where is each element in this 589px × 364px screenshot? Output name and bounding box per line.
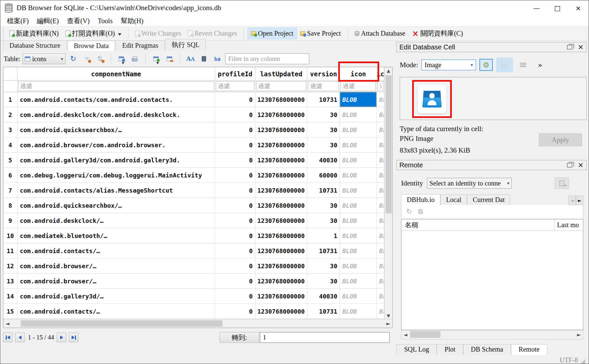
row-number[interactable]: 3 xyxy=(3,122,17,137)
identity-action-button[interactable] xyxy=(555,177,569,189)
cell-version[interactable]: 1 xyxy=(307,228,340,243)
font-size-button[interactable]: AA xyxy=(185,53,196,64)
vertical-scroll-thumb[interactable] xyxy=(386,75,392,213)
row-number[interactable]: 12 xyxy=(3,258,17,273)
save-project-button[interactable]: Save Project xyxy=(297,28,344,39)
cell-version[interactable]: 10731 xyxy=(307,243,340,258)
filter-input-profileId[interactable] xyxy=(216,81,254,91)
tab-plot[interactable]: Plot xyxy=(437,344,463,355)
cell-icon[interactable]: BLOB xyxy=(340,289,377,304)
cell-ic[interactable]: BLOB xyxy=(377,304,384,319)
cell-version[interactable]: 10731 xyxy=(307,92,340,107)
tab-database-structure[interactable]: Database Structure xyxy=(3,40,67,51)
cell-lastUpdated[interactable]: 1230768000000 xyxy=(256,228,308,243)
cell-version[interactable]: 10731 xyxy=(307,183,340,198)
vertical-scrollbar[interactable]: ▲ ▼ xyxy=(384,67,392,319)
horizontal-scrollbar[interactable]: ◄ ► xyxy=(3,319,392,328)
clear-filters-button[interactable] xyxy=(81,53,92,64)
cell-componentName[interactable]: com.android.contacts/alias.MessageShortc… xyxy=(17,183,215,198)
save-table-dropdown-icon[interactable] xyxy=(122,62,124,66)
cell-componentName[interactable]: com.android.contacts/… xyxy=(17,304,215,319)
filter-input-version[interactable] xyxy=(308,81,339,91)
cell-icon[interactable]: BLOB xyxy=(340,304,377,319)
menu-view[interactable]: 查看(V) xyxy=(63,16,94,26)
goto-input[interactable] xyxy=(260,332,390,343)
cell-componentName[interactable]: com.android.quicksearchbox/… xyxy=(17,122,215,137)
cell-icon[interactable]: BLOB xyxy=(340,168,377,183)
tab-scroll-right-icon[interactable]: ► xyxy=(576,196,583,205)
previous-record-button[interactable] xyxy=(15,333,25,342)
cell-lastUpdated[interactable]: 1230768000000 xyxy=(256,122,308,137)
cell-lastUpdated[interactable]: 1230768000000 xyxy=(256,183,308,198)
tab-execute-sql[interactable]: 執行 SQL xyxy=(165,39,206,51)
cell-lastUpdated[interactable]: 1230768000000 xyxy=(256,107,308,122)
row-number[interactable]: 11 xyxy=(3,243,17,258)
row-number[interactable]: 10 xyxy=(3,228,17,243)
clear-sorting-button[interactable]: ⇅ xyxy=(94,53,106,64)
cell-profileId[interactable]: 0 xyxy=(215,198,256,213)
cell-ic[interactable]: BLOB xyxy=(377,213,384,228)
notebook-button[interactable] xyxy=(198,53,210,64)
first-record-button[interactable] xyxy=(3,333,12,342)
cell-ic[interactable]: BLOB xyxy=(377,107,384,122)
horizontal-scroll-thumb[interactable] xyxy=(21,320,223,327)
cell-profileId[interactable]: 0 xyxy=(215,258,256,273)
cell-icon[interactable]: BLOB xyxy=(340,258,377,273)
cell-lastUpdated[interactable]: 1230768000000 xyxy=(256,92,308,107)
cell-componentName[interactable]: com.android.quicksearchbox/… xyxy=(17,198,215,213)
menu-file[interactable]: 檔案(F) xyxy=(3,16,33,26)
cell-ic[interactable]: BLOB xyxy=(377,198,384,213)
filter-input-componentName[interactable] xyxy=(18,81,214,91)
column-header-profileId[interactable]: profileId xyxy=(215,67,256,80)
import-data-button[interactable]: ⚙ xyxy=(479,59,493,71)
cell-profileId[interactable]: 0 xyxy=(215,213,256,228)
mode-select[interactable]: Image ▾ xyxy=(422,59,476,70)
float-panel-icon[interactable] xyxy=(567,45,572,49)
cell-profileId[interactable]: 0 xyxy=(215,228,256,243)
cell-version[interactable]: 40030 xyxy=(307,153,340,167)
cell-ic[interactable]: BLOB xyxy=(377,168,384,183)
cell-icon[interactable]: BLOB xyxy=(340,137,377,152)
cell-ic[interactable]: BLOB xyxy=(377,122,384,137)
cell-lastUpdated[interactable]: 1230768000000 xyxy=(256,289,308,304)
maximize-button[interactable]: □ xyxy=(547,0,568,15)
cell-componentName[interactable]: com.android.contacts/com.android.contact… xyxy=(17,92,215,107)
cell-lastUpdated[interactable]: 1230768000000 xyxy=(256,213,308,228)
cell-lastUpdated[interactable]: 1230768000000 xyxy=(256,137,308,152)
next-record-button[interactable] xyxy=(57,333,66,342)
row-number[interactable]: 13 xyxy=(3,274,17,288)
cell-profileId[interactable]: 0 xyxy=(215,304,256,319)
apply-button[interactable]: Apply xyxy=(539,133,582,146)
delete-record-button[interactable] xyxy=(164,53,175,64)
cell-icon[interactable]: BLOB xyxy=(340,274,377,288)
menu-tools[interactable]: Tools xyxy=(94,16,117,26)
row-number[interactable]: 4 xyxy=(3,137,17,152)
remote-scroll-thumb[interactable] xyxy=(410,331,440,338)
cell-componentName[interactable]: com.debug.loggerui/com.debug.loggerui.Ma… xyxy=(17,168,215,183)
scroll-left-icon[interactable]: ◄ xyxy=(3,319,11,328)
save-table-button[interactable] xyxy=(116,53,127,64)
insert-record-button[interactable] xyxy=(150,53,162,64)
tab-sql-log[interactable]: SQL Log xyxy=(396,344,437,355)
revert-changes-button[interactable]: Revert Changes xyxy=(185,28,240,39)
refresh-icon[interactable]: ↻ xyxy=(406,207,412,215)
cell-icon[interactable]: BLOB xyxy=(340,198,377,213)
cell-lastUpdated[interactable]: 1230768000000 xyxy=(256,168,308,183)
tab-current-database[interactable]: Current Dat xyxy=(467,195,510,205)
close-panel-icon[interactable]: × xyxy=(578,162,584,168)
tab-db-schema[interactable]: DB Schema xyxy=(463,344,511,355)
tab-remote[interactable]: Remote xyxy=(511,344,547,355)
filter-any-column-input[interactable] xyxy=(225,53,309,64)
open-project-button[interactable]: Open Project xyxy=(247,28,297,39)
cell-profileId[interactable]: 0 xyxy=(215,92,256,107)
row-number[interactable]: 6 xyxy=(3,168,17,183)
row-number[interactable]: 5 xyxy=(3,153,17,167)
cell-componentName[interactable]: com.android.contacts/… xyxy=(17,243,215,258)
column-header-lastUpdated[interactable]: lastUpdated xyxy=(256,67,308,80)
cell-version[interactable]: 30 xyxy=(307,258,340,273)
row-number[interactable]: 1 xyxy=(3,92,17,107)
open-database-dropdown-icon[interactable] xyxy=(118,33,121,37)
row-number[interactable]: 15 xyxy=(3,304,17,319)
cell-profileId[interactable]: 0 xyxy=(215,107,256,122)
tab-scroll-left-icon[interactable]: ◄ xyxy=(568,196,576,205)
